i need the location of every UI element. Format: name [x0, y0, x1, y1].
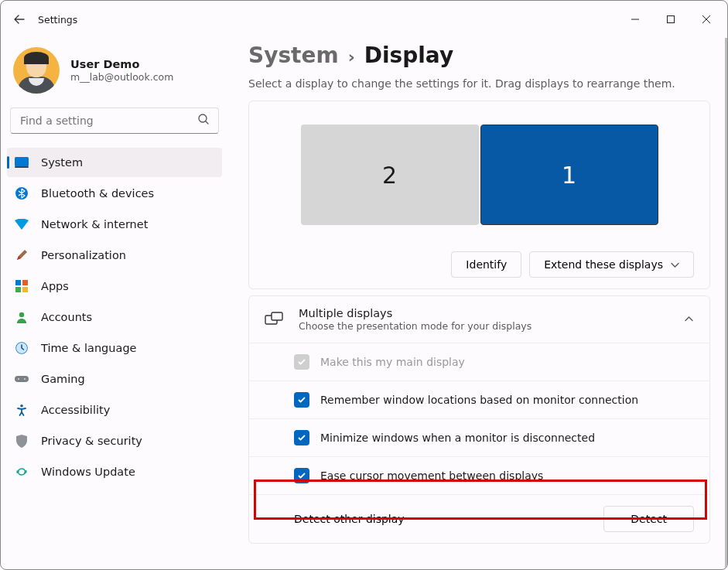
arrow-left-icon — [13, 13, 26, 26]
minimize-button[interactable] — [617, 1, 653, 38]
svg-rect-5 — [15, 280, 21, 285]
maximize-button[interactable] — [653, 1, 689, 38]
sidebar-item-personalization[interactable]: Personalization — [7, 241, 222, 270]
display-mode-dropdown[interactable]: Extend these displays — [529, 251, 694, 278]
sidebar-item-label: Bluetooth & devices — [41, 187, 154, 200]
option-minimize-on-disconnect[interactable]: Minimize windows when a monitor is disco… — [249, 418, 709, 456]
multiple-displays-card: Multiple displays Choose the presentatio… — [248, 295, 710, 544]
checkbox[interactable] — [294, 468, 309, 483]
sidebar-item-accounts[interactable]: Accounts — [7, 302, 222, 332]
sidebar-item-windows-update[interactable]: Windows Update — [7, 457, 222, 486]
close-icon — [702, 15, 710, 23]
monitor-label: 1 — [562, 162, 576, 189]
clock-icon — [15, 341, 29, 355]
option-label: Ease cursor movement between displays — [320, 469, 543, 482]
sidebar: User Demo m__lab@outlook.com System Blue… — [1, 38, 231, 569]
system-icon — [15, 155, 29, 169]
checkbox[interactable] — [294, 392, 309, 408]
svg-rect-17 — [272, 312, 282, 320]
search-icon — [197, 113, 210, 128]
display-arrangement-area[interactable]: 2 1 — [265, 125, 694, 225]
scrollbar[interactable] — [725, 38, 727, 569]
sidebar-nav: System Bluetooth & devices Network & int… — [7, 148, 222, 486]
svg-rect-3 — [15, 166, 29, 168]
multiple-displays-icon — [265, 310, 283, 329]
detect-button[interactable]: Detect — [603, 506, 694, 532]
identify-button[interactable]: Identify — [451, 251, 521, 278]
svg-rect-8 — [22, 287, 28, 292]
maximize-icon — [667, 15, 675, 23]
sidebar-item-network[interactable]: Network & internet — [7, 210, 222, 239]
gamepad-icon — [15, 372, 29, 386]
minimize-icon — [631, 15, 639, 23]
monitor-1[interactable]: 1 — [480, 125, 658, 225]
multiple-displays-expander[interactable]: Multiple displays Choose the presentatio… — [249, 296, 709, 343]
apps-icon — [15, 279, 29, 293]
back-button[interactable] — [4, 1, 35, 38]
profile-name: User Demo — [70, 58, 173, 70]
option-main-display: Make this my main display — [249, 343, 709, 381]
detect-label: Detect other display — [294, 513, 405, 525]
wifi-icon — [15, 217, 29, 231]
option-remember-locations[interactable]: Remember window locations based on monit… — [249, 381, 709, 418]
profile-email: m__lab@outlook.com — [70, 71, 173, 83]
chevron-up-icon — [684, 312, 694, 327]
svg-point-1 — [199, 114, 207, 122]
sidebar-item-apps[interactable]: Apps — [7, 271, 222, 301]
profile-block[interactable]: User Demo m__lab@outlook.com — [7, 41, 222, 108]
sidebar-item-label: Time & language — [41, 342, 137, 354]
chevron-down-icon — [671, 261, 679, 269]
svg-rect-2 — [15, 157, 29, 166]
sidebar-item-label: Windows Update — [41, 466, 135, 478]
option-ease-cursor[interactable]: Ease cursor movement between displays — [249, 456, 709, 494]
svg-rect-12 — [15, 376, 29, 382]
svg-point-9 — [19, 312, 24, 317]
window-title: Settings — [35, 14, 77, 26]
expander-title: Multiple displays — [299, 307, 531, 319]
accessibility-icon — [15, 403, 29, 417]
sidebar-item-gaming[interactable]: Gaming — [7, 364, 222, 394]
svg-rect-6 — [22, 280, 28, 285]
sidebar-item-label: Apps — [41, 280, 69, 292]
checkbox — [294, 354, 309, 370]
svg-point-15 — [20, 404, 23, 408]
sidebar-item-label: Accounts — [41, 311, 92, 323]
svg-point-14 — [24, 378, 26, 380]
expander-subtitle: Choose the presentation mode for your di… — [299, 320, 531, 332]
option-label: Remember window locations based on monit… — [320, 394, 638, 406]
breadcrumb-parent[interactable]: System — [248, 43, 339, 68]
monitor-label: 2 — [382, 162, 397, 189]
sidebar-item-label: Network & internet — [41, 218, 148, 230]
option-label: Make this my main display — [320, 356, 465, 368]
titlebar: Settings — [1, 1, 727, 38]
bluetooth-icon — [15, 186, 29, 200]
breadcrumb-current: Display — [364, 43, 453, 68]
sidebar-item-bluetooth[interactable]: Bluetooth & devices — [7, 179, 222, 208]
avatar — [13, 47, 60, 94]
svg-rect-7 — [15, 287, 21, 292]
monitor-2[interactable]: 2 — [301, 125, 479, 225]
page-description: Select a display to change the settings … — [248, 77, 710, 90]
sidebar-item-label: Gaming — [41, 373, 85, 385]
breadcrumb-separator-icon: › — [348, 47, 355, 67]
sidebar-item-time-language[interactable]: Time & language — [7, 333, 222, 363]
account-icon — [15, 310, 29, 324]
brush-icon — [15, 248, 29, 262]
sidebar-item-label: Personalization — [41, 249, 126, 261]
checkbox[interactable] — [294, 430, 309, 445]
shield-icon — [15, 434, 29, 448]
close-button[interactable] — [689, 1, 724, 38]
detect-row: Detect other display Detect — [249, 494, 709, 543]
option-label: Minimize windows when a monitor is disco… — [320, 432, 595, 444]
main-content: System › Display Select a display to cha… — [231, 38, 727, 569]
sidebar-item-label: System — [41, 156, 83, 169]
sidebar-item-label: Accessibility — [41, 404, 110, 416]
breadcrumb: System › Display — [248, 43, 710, 68]
display-arrangement-card: 2 1 Identify Extend these displays — [248, 101, 710, 289]
svg-rect-0 — [668, 16, 675, 23]
sidebar-item-system[interactable]: System — [7, 148, 222, 177]
sidebar-item-privacy[interactable]: Privacy & security — [7, 426, 222, 456]
sidebar-item-label: Privacy & security — [41, 435, 142, 447]
search-input[interactable] — [10, 108, 219, 134]
sidebar-item-accessibility[interactable]: Accessibility — [7, 395, 222, 425]
